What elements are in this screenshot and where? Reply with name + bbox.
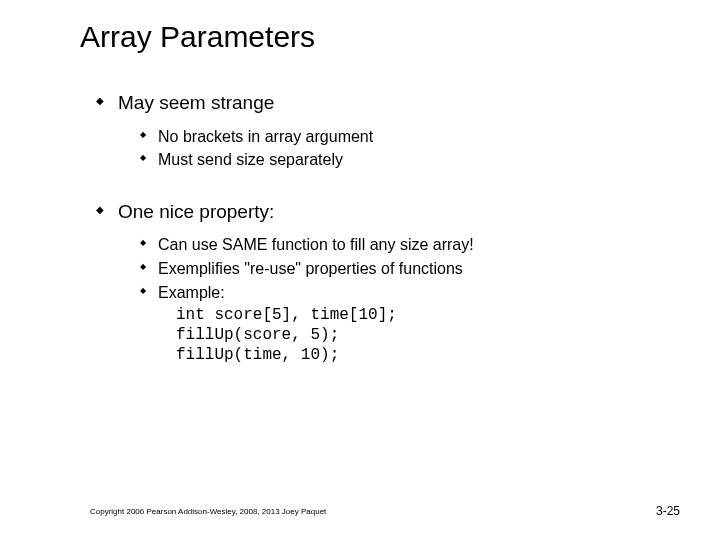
sub-bullet-list: Can use SAME function to fill any size a… [140,234,720,365]
bullet-list: May seem strange No brackets in array ar… [96,90,720,365]
sub-bullet-item: Example: int score[5], time[10]; fillUp(… [140,282,720,366]
code-block: int score[5], time[10]; fillUp(score, 5)… [158,305,720,365]
sub-bullet-item: Can use SAME function to fill any size a… [140,234,720,256]
code-line: int score[5], time[10]; [176,305,720,325]
copyright-text: Copyright 2006 Pearson Addison-Wesley, 2… [90,507,326,516]
bullet-item: May seem strange No brackets in array ar… [96,90,720,171]
sub-bullet-text: No brackets in array argument [158,128,373,145]
sub-bullet-list: No brackets in array argument Must send … [140,126,720,171]
slide: Array Parameters May seem strange No bra… [0,0,720,540]
bullet-item: One nice property: Can use SAME function… [96,199,720,365]
code-line: fillUp(score, 5); [176,325,720,345]
sub-bullet-text: Can use SAME function to fill any size a… [158,236,474,253]
sub-bullet-text: Exemplifies "re-use" properties of funct… [158,260,463,277]
sub-bullet-text: Must send size separately [158,151,343,168]
slide-number: 3-25 [656,504,680,518]
slide-title: Array Parameters [80,20,720,54]
sub-bullet-item: Must send size separately [140,149,720,171]
code-line: fillUp(time, 10); [176,345,720,365]
sub-bullet-item: No brackets in array argument [140,126,720,148]
sub-bullet-item: Exemplifies "re-use" properties of funct… [140,258,720,280]
bullet-text: May seem strange [118,92,274,113]
bullet-text: One nice property: [118,201,274,222]
sub-bullet-text: Example: [158,284,225,301]
